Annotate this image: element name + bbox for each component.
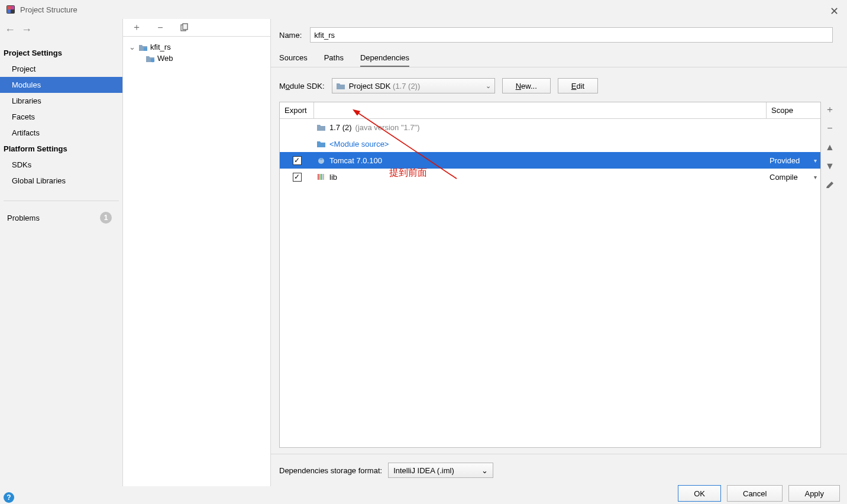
dependencies-table: Export Scope 1.7 (2) (java version "1.7"… (279, 102, 821, 448)
problems-badge: 1 (100, 212, 112, 224)
dep-row-lib[interactable]: ✓ lib Compile ▾ (280, 169, 820, 185)
problems-label: Problems (7, 214, 40, 222)
module-folder-icon (138, 43, 148, 51)
dialog-button-bar: OK Cancel Apply (678, 483, 840, 504)
dep-row-tomcat[interactable]: ✓ Tomcat 7.0.100 Provided ▾ (280, 152, 820, 169)
svg-rect-9 (318, 174, 319, 180)
dep-row-module-source[interactable]: <Module source> (280, 135, 820, 152)
tree-root-label: kfit_rs (150, 43, 171, 51)
nav-artifacts[interactable]: Artifacts (0, 125, 122, 141)
tree-child-row[interactable]: Web (125, 53, 268, 64)
svg-rect-11 (321, 174, 322, 180)
folder-icon (336, 82, 345, 90)
nav-problems[interactable]: Problems 1 (4, 201, 119, 227)
dep-scope-select[interactable]: Compile ▾ (766, 173, 820, 182)
content-panel: Name: Sources Paths Dependencies Module … (271, 19, 847, 486)
section-project-settings: Project Settings (0, 45, 122, 61)
tomcat-icon (316, 156, 326, 164)
nav-modules[interactable]: Modules (0, 77, 122, 93)
dep-side-toolbar: ＋ − ▲ ▼ (821, 102, 839, 448)
tree-toolbar: ＋ − (123, 19, 270, 37)
tab-paths[interactable]: Paths (324, 53, 344, 67)
dep-name-cell: 1.7 (2) (java version "1.7") (314, 123, 766, 132)
svg-point-7 (151, 58, 154, 62)
svg-rect-12 (323, 174, 324, 180)
sdk-select-text: Project SDK (1.7 (2)) (349, 82, 482, 91)
tree-body: ⌄ kfit_rs Web (123, 37, 270, 69)
add-icon[interactable]: ＋ (131, 22, 142, 33)
name-row: Name: (271, 19, 847, 47)
help-icon[interactable]: ? (4, 492, 14, 503)
web-facet-icon (146, 54, 155, 63)
svg-rect-3 (7, 9, 11, 13)
ok-button[interactable]: OK (678, 485, 721, 502)
dep-header-name (314, 102, 766, 118)
cancel-button[interactable]: Cancel (727, 485, 783, 502)
storage-format-select[interactable]: IntelliJ IDEA (.iml) ⌄ (388, 463, 493, 478)
storage-label: Dependencies storage format: (279, 466, 382, 475)
tree-child-label: Web (157, 54, 173, 63)
chevron-down-icon: ⌄ (481, 466, 488, 475)
titlebar: Project Structure ✕ (0, 0, 847, 19)
close-icon[interactable]: ✕ (830, 5, 839, 18)
edit-dependency-icon[interactable] (823, 179, 836, 192)
tab-dependencies[interactable]: Dependencies (360, 53, 409, 67)
edit-sdk-button[interactable]: Edit (558, 78, 598, 93)
copy-icon[interactable] (179, 22, 189, 33)
dep-name-cell: lib (314, 173, 766, 182)
move-up-icon[interactable]: ▲ (823, 141, 836, 154)
dep-header-export[interactable]: Export (280, 102, 314, 118)
dep-row-sdk[interactable]: 1.7 (2) (java version "1.7") (280, 119, 820, 135)
remove-dependency-icon[interactable]: − (823, 122, 836, 135)
module-sdk-select[interactable]: Project SDK (1.7 (2)) ⌄ (332, 78, 495, 93)
chevron-down-icon: ▾ (814, 157, 817, 164)
export-checkbox[interactable]: ✓ (293, 173, 302, 182)
dep-header-scope[interactable]: Scope (766, 102, 820, 118)
intellij-icon (6, 5, 15, 14)
chevron-down-icon: ⌄ (486, 82, 491, 90)
dep-export-cell: ✓ (280, 173, 314, 182)
dep-header: Export Scope (280, 102, 820, 119)
svg-rect-10 (319, 174, 321, 180)
name-label: Name: (279, 31, 302, 40)
chevron-down-icon[interactable]: ⌄ (128, 43, 136, 51)
nav-libraries[interactable]: Libraries (0, 93, 122, 109)
svg-rect-2 (11, 6, 14, 9)
nav-facets[interactable]: Facets (0, 109, 122, 125)
svg-rect-1 (7, 6, 11, 9)
svg-rect-5 (183, 24, 187, 30)
add-dependency-icon[interactable]: ＋ (823, 103, 836, 116)
nav-sdks[interactable]: SDKs (0, 157, 122, 173)
storage-row: Dependencies storage format: IntelliJ ID… (271, 454, 847, 486)
remove-icon[interactable]: − (155, 22, 166, 33)
tabs: Sources Paths Dependencies (271, 47, 847, 67)
section-platform-settings: Platform Settings (0, 141, 122, 157)
sdk-row: Module SDK: Project SDK (1.7 (2)) ⌄ New.… (271, 67, 847, 102)
module-name-input[interactable] (310, 27, 833, 43)
dep-scope-select[interactable]: Provided ▾ (766, 156, 820, 165)
window-title: Project Structure (20, 5, 77, 14)
dependencies-area: Export Scope 1.7 (2) (java version "1.7"… (271, 102, 847, 448)
tree-root-row[interactable]: ⌄ kfit_rs (125, 41, 268, 53)
export-checkbox[interactable]: ✓ (293, 156, 302, 165)
move-down-icon[interactable]: ▼ (823, 160, 836, 173)
forward-icon[interactable]: → (21, 24, 32, 35)
svg-rect-6 (144, 47, 147, 51)
dep-name-cell: Tomcat 7.0.100 (314, 156, 766, 165)
folder-icon (316, 140, 326, 148)
nav-global-libraries[interactable]: Global Libraries (0, 173, 122, 189)
new-sdk-button[interactable]: New... (502, 78, 551, 93)
dep-name-cell: <Module source> (314, 140, 766, 148)
back-icon[interactable]: ← (5, 24, 15, 35)
chevron-down-icon: ▾ (814, 174, 817, 180)
folder-icon (316, 123, 326, 131)
dep-export-cell: ✓ (280, 156, 314, 165)
left-sidebar: ← → Project Settings Project Modules Lib… (0, 19, 123, 486)
library-bars-icon (316, 173, 326, 181)
tab-sources[interactable]: Sources (279, 53, 308, 67)
module-tree-panel: ＋ − ⌄ kfit_rs Web (123, 19, 271, 486)
nav-project[interactable]: Project (0, 61, 122, 77)
nav-toolbar: ← → (0, 21, 122, 38)
apply-button[interactable]: Apply (788, 485, 840, 502)
sdk-label: Module SDK: (279, 82, 325, 91)
